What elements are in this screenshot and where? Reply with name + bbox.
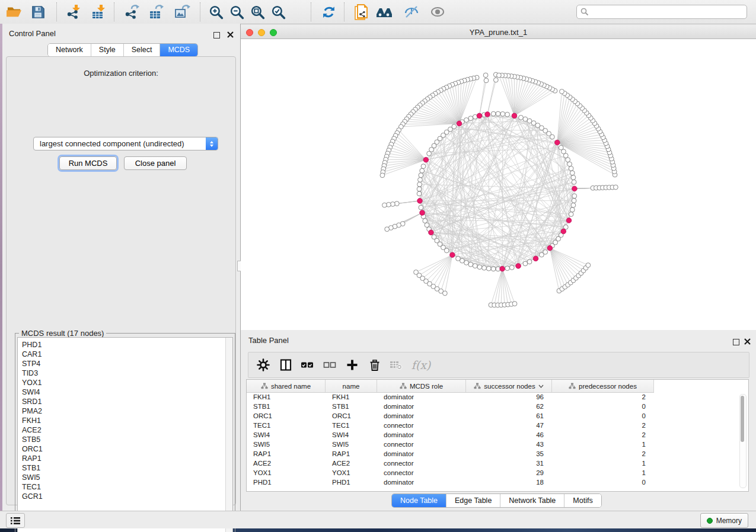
- tab-edge-table[interactable]: Edge Table: [446, 494, 500, 507]
- attribute-icon: [474, 383, 481, 389]
- tab-motifs[interactable]: Motifs: [564, 494, 601, 507]
- refresh-button[interactable]: [318, 2, 339, 22]
- column-header-shared-name[interactable]: shared name: [247, 380, 326, 392]
- network-window-titlebar[interactable]: YPA_prune.txt_1: [241, 26, 756, 39]
- zoom-out-button[interactable]: [226, 2, 247, 22]
- mcds-result-item[interactable]: SRD1: [18, 397, 232, 406]
- mcds-result-item[interactable]: CAR1: [18, 350, 232, 359]
- table-row[interactable]: RAP1RAP1dominator352: [247, 449, 740, 459]
- run-mcds-button[interactable]: Run MCDS: [59, 156, 117, 170]
- mcds-result-title: MCDS result (17 nodes): [19, 329, 106, 338]
- hide-panels-button[interactable]: [401, 2, 422, 22]
- cell-successor-nodes: 35: [466, 450, 552, 457]
- mcds-result-item[interactable]: STB5: [18, 435, 232, 444]
- table-scrollbar-thumb[interactable]: [741, 396, 744, 442]
- tab-select[interactable]: Select: [124, 44, 161, 56]
- export-table-button[interactable]: [145, 2, 167, 22]
- mcds-result-item[interactable]: SWI5: [18, 473, 232, 482]
- cell-shared-name: SWI5: [247, 441, 326, 448]
- zoom-in-button[interactable]: [205, 2, 227, 22]
- cell-name: SWI5: [326, 441, 377, 448]
- network-window: YPA_prune.txt_1: [241, 26, 756, 330]
- select-all-button[interactable]: [298, 355, 317, 374]
- mcds-result-item[interactable]: SWI4: [18, 387, 232, 397]
- control-panel-float-button[interactable]: [213, 30, 220, 41]
- export-network-button[interactable]: [121, 2, 142, 22]
- table-panel-close-button[interactable]: [744, 336, 751, 347]
- network-from-document-button[interactable]: [350, 2, 371, 22]
- column-header-name[interactable]: name: [326, 380, 377, 392]
- table-settings-button[interactable]: [254, 355, 273, 374]
- zoom-fit-button[interactable]: [247, 2, 268, 22]
- mcds-result-item[interactable]: FKH1: [18, 416, 232, 425]
- mcds-result-scrollbar[interactable]: [225, 338, 232, 532]
- mcds-result-list[interactable]: PHD1CAR1STP4TID3YOX1SWI4SRD1PMA2FKH1ACE2…: [17, 337, 233, 532]
- import-network-button[interactable]: [63, 2, 84, 22]
- table-scrollbar[interactable]: [739, 394, 747, 488]
- mcds-result-item[interactable]: GCR1: [18, 492, 232, 501]
- open-session-button[interactable]: [4, 2, 25, 22]
- table-row[interactable]: PHD1PHD1dominator180: [247, 477, 740, 487]
- tab-network[interactable]: Network: [48, 44, 91, 56]
- zoom-selected-button[interactable]: [267, 2, 289, 22]
- close-panel-button[interactable]: Close panel: [124, 156, 187, 170]
- network-canvas[interactable]: [241, 39, 756, 330]
- toolbar-search[interactable]: [576, 5, 747, 19]
- mcds-result-item[interactable]: YOX1: [18, 378, 232, 387]
- column-header-successor-nodes[interactable]: successor nodes: [466, 380, 552, 392]
- memory-button[interactable]: Memory: [700, 513, 748, 528]
- optimization-criterion-label: Optimization criterion:: [7, 69, 235, 78]
- column-header-label: MCDS role: [410, 383, 443, 390]
- tab-mcds[interactable]: MCDS: [160, 44, 197, 56]
- eye-slash-icon: [404, 5, 419, 19]
- cell-predecessor-nodes: 1: [552, 460, 654, 467]
- table-panel-title: Table Panel: [248, 336, 289, 345]
- cell-shared-name: ORC1: [247, 412, 326, 419]
- table-row[interactable]: ORC1ORC1dominator610: [247, 411, 740, 421]
- table-row[interactable]: ACE2ACE2connector311: [247, 459, 740, 468]
- toolbar-separator: [200, 2, 200, 21]
- table-row[interactable]: YOX1YOX1connector291: [247, 468, 740, 477]
- create-column-button[interactable]: [343, 355, 362, 374]
- cell-successor-nodes: 96: [466, 393, 552, 400]
- unselect-all-button[interactable]: [320, 355, 339, 374]
- table-row[interactable]: SWI5SWI5connector431: [247, 440, 740, 449]
- save-session-button[interactable]: [27, 2, 49, 22]
- mcds-result-item[interactable]: TEC1: [18, 482, 232, 492]
- mcds-result-item[interactable]: PHD1: [18, 340, 232, 350]
- toolbar-separator: [56, 2, 57, 21]
- mcds-result-item[interactable]: PMA2: [18, 406, 232, 416]
- search-network-button[interactable]: [374, 2, 395, 22]
- cell-shared-name: FKH1: [247, 393, 326, 400]
- column-header-MCDS-role[interactable]: MCDS role: [377, 380, 466, 392]
- mcds-result-item[interactable]: ACE2: [18, 425, 232, 435]
- attribute-icon: [261, 383, 268, 389]
- mcds-result-item[interactable]: RAP1: [18, 454, 232, 463]
- table-panel-float-button[interactable]: [733, 337, 739, 348]
- tab-node-table[interactable]: Node Table: [392, 494, 446, 507]
- table-row[interactable]: TEC1TEC1connector472: [247, 421, 740, 430]
- show-column-panel-button[interactable]: [276, 355, 295, 374]
- show-task-history-button[interactable]: [6, 513, 25, 528]
- tab-network-table[interactable]: Network Table: [500, 494, 564, 507]
- table-row[interactable]: SWI4SWI4dominator462: [247, 430, 740, 440]
- delete-table-button-disabled: [387, 355, 406, 374]
- import-table-button[interactable]: [88, 2, 109, 22]
- control-panel-close-button[interactable]: [227, 30, 234, 40]
- tab-style[interactable]: Style: [91, 44, 124, 56]
- mcds-result-item[interactable]: STB1: [18, 463, 232, 473]
- mcds-result-item[interactable]: ORC1: [18, 444, 232, 454]
- show-panels-button[interactable]: [427, 2, 448, 22]
- column-header-predecessor-nodes[interactable]: predecessor nodes: [552, 380, 654, 392]
- optimization-criterion-dropdown[interactable]: largest connected component (undirected): [33, 137, 218, 150]
- table-row[interactable]: FKH1FKH1dominator962: [247, 392, 740, 402]
- search-input[interactable]: [589, 7, 743, 17]
- delete-column-button[interactable]: [365, 355, 384, 374]
- network-document-icon: [353, 4, 369, 20]
- mcds-result-item[interactable]: TID3: [18, 368, 232, 378]
- export-image-button[interactable]: [171, 2, 193, 22]
- mcds-result-item[interactable]: STP4: [18, 359, 232, 368]
- cell-shared-name: SWI4: [247, 431, 326, 438]
- table-row[interactable]: STB1STB1dominator620: [247, 402, 740, 411]
- mcds-result-items: PHD1CAR1STP4TID3YOX1SWI4SRD1PMA2FKH1ACE2…: [18, 338, 232, 501]
